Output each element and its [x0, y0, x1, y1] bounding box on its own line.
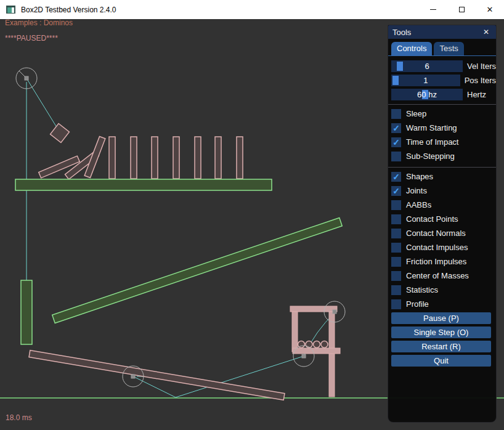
panel-button[interactable]: Quit: [391, 355, 491, 367]
pendulum-box: [51, 124, 70, 143]
platform-shelf: [15, 179, 272, 190]
slider-row: 60 hz Hertz: [391, 89, 496, 100]
checkbox[interactable]: ✓: [391, 152, 401, 161]
minimize-icon: [430, 9, 436, 10]
checkbox-row[interactable]: ✓ Contact Points: [391, 212, 496, 226]
solver-checkboxes: ✓ Sleep ✓ Warm Starting ✓ Time of Impact…: [388, 107, 496, 163]
maximize-button[interactable]: [447, 0, 476, 19]
draw-checkboxes: ✓ Shapes ✓ Joints ✓ AABBs ✓ Contact Poin…: [388, 169, 496, 311]
slider-label: Hertz: [467, 90, 486, 99]
slider-group: 6 Vel Iters 1 Pos Iters 60 hz Hertz: [388, 56, 496, 100]
tools-panel: Tools ✕ Controls Tests 6 Vel Iters 1 Pos…: [388, 25, 497, 423]
app-icon[interactable]: [6, 6, 15, 14]
slider-value: 1: [391, 75, 460, 86]
checkbox-row[interactable]: ✓ Time of Impact: [391, 135, 496, 149]
slider[interactable]: 6: [391, 60, 463, 72]
tab-tests[interactable]: Tests: [434, 42, 463, 55]
checkbox[interactable]: ✓: [391, 214, 401, 224]
tools-panel-close-button[interactable]: ✕: [481, 26, 492, 38]
checkbox[interactable]: ✓: [391, 257, 401, 267]
checkbox[interactable]: ✓: [391, 172, 401, 182]
checkbox-row[interactable]: ✓ Warm Starting: [391, 121, 496, 135]
panel-button[interactable]: Pause (P): [391, 312, 491, 324]
shelf-balls: [298, 341, 328, 348]
checkbox[interactable]: ✓: [391, 285, 401, 295]
close-button[interactable]: ✕: [476, 0, 504, 19]
slider-row: 1 Pos Iters: [391, 75, 496, 86]
seesaw-plank: [29, 351, 285, 400]
checkbox-label: Warm Starting: [406, 123, 457, 132]
checkbox-label: Shapes: [406, 172, 433, 181]
checkbox[interactable]: ✓: [391, 200, 401, 210]
frame-time-label: 18.0 ms: [6, 413, 32, 422]
checkbox[interactable]: ✓: [391, 271, 401, 281]
frame-structure: [290, 306, 340, 397]
example-title-label: Examples : Dominos: [5, 18, 73, 27]
slider-value: 60 hz: [391, 89, 463, 100]
window-title: Box2D Testbed Version 2.4.0: [21, 6, 116, 14]
checkbox-label: Contact Normals: [406, 229, 466, 238]
tab-bar: Controls Tests: [388, 42, 496, 56]
checkbox-row[interactable]: ✓ Contact Normals: [391, 226, 496, 240]
separator: [388, 167, 496, 168]
tools-panel-title: Tools: [392, 28, 411, 37]
checkmark-icon: ✓: [392, 124, 400, 132]
checkbox[interactable]: ✓: [391, 137, 401, 147]
checkmark-icon: ✓: [392, 187, 400, 195]
checkbox-row[interactable]: ✓ Profile: [391, 297, 496, 311]
checkbox-label: AABBs: [406, 200, 431, 209]
close-icon: ✕: [487, 5, 494, 14]
checkbox-row[interactable]: ✓ Contact Impulses: [391, 240, 496, 254]
separator: [388, 104, 496, 105]
tools-panel-titlebar[interactable]: Tools ✕: [388, 25, 496, 39]
checkmark-icon: ✓: [392, 138, 400, 147]
checkbox-row[interactable]: ✓ Center of Masses: [391, 269, 496, 283]
checkbox-label: Contact Impulses: [406, 243, 468, 252]
checkbox-label: Profile: [406, 299, 429, 309]
checkbox-label: Statistics: [406, 285, 438, 294]
checkbox[interactable]: ✓: [391, 109, 401, 119]
checkbox[interactable]: ✓: [391, 123, 401, 133]
panel-button[interactable]: Single Step (O): [391, 327, 491, 338]
checkbox-label: Center of Masses: [406, 271, 469, 280]
checkbox-label: Contact Points: [406, 214, 458, 224]
action-buttons: Pause (P) Single Step (O) Restart (R) Qu…: [388, 311, 496, 367]
slider[interactable]: 60 hz: [391, 89, 463, 100]
checkbox-row[interactable]: ✓ AABBs: [391, 198, 496, 212]
checkbox-row[interactable]: ✓ Statistics: [391, 283, 496, 297]
maximize-icon: [459, 7, 465, 12]
paused-status-label: ****PAUSED****: [5, 34, 58, 43]
slider-label: Pos Iters: [465, 76, 496, 85]
checkbox[interactable]: ✓: [391, 243, 401, 253]
checkbox-label: Sub-Stepping: [406, 152, 455, 161]
checkbox[interactable]: ✓: [391, 299, 401, 309]
fallen-dominoes: [39, 136, 105, 179]
checkbox[interactable]: ✓: [391, 229, 401, 238]
slider[interactable]: 1: [391, 75, 460, 86]
checkbox-label: Sleep: [406, 109, 426, 118]
checkbox-label: Friction Impulses: [406, 257, 466, 266]
minimize-button[interactable]: [419, 0, 447, 19]
slider-label: Vel Iters: [467, 62, 496, 71]
standing-dominoes: [109, 137, 243, 179]
checkbox-row[interactable]: ✓ Joints: [391, 184, 496, 198]
window-titlebar: Box2D Testbed Version 2.4.0 ✕: [0, 0, 504, 19]
panel-button[interactable]: Restart (R): [391, 341, 491, 352]
checkbox-row[interactable]: ✓ Sub-Stepping: [391, 149, 496, 163]
checkbox-row[interactable]: ✓ Friction Impulses: [391, 254, 496, 269]
slider-value: 6: [391, 60, 463, 72]
checkbox-label: Time of Impact: [406, 137, 458, 147]
checkbox-label: Joints: [406, 186, 427, 195]
checkbox-row[interactable]: ✓ Sleep: [391, 107, 496, 121]
checkbox[interactable]: ✓: [391, 186, 401, 196]
checkmark-icon: ✓: [392, 172, 400, 181]
tab-controls[interactable]: Controls: [391, 42, 432, 55]
slider-row: 6 Vel Iters: [391, 60, 496, 72]
green-column: [21, 280, 32, 344]
checkbox-row[interactable]: ✓ Shapes: [391, 169, 496, 184]
